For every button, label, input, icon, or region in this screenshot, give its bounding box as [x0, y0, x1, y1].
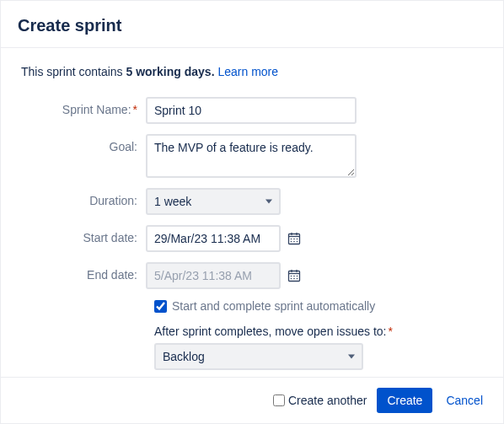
goal-textarea[interactable]	[146, 134, 357, 178]
sprint-name-input[interactable]	[146, 97, 357, 124]
dialog-body: This sprint contains 5 working days. Lea…	[1, 48, 503, 377]
svg-point-16	[297, 276, 298, 277]
label-goal: Goal:	[21, 134, 146, 153]
row-goal: Goal:	[21, 134, 483, 178]
label-duration: Duration:	[21, 188, 146, 207]
calendar-icon[interactable]	[287, 232, 301, 245]
duration-select[interactable]: 1 week	[146, 188, 281, 215]
dialog-footer: Create another Create Cancel	[1, 377, 503, 423]
cancel-button[interactable]: Cancel	[439, 388, 490, 413]
auto-start-checkbox[interactable]	[154, 300, 167, 313]
row-duration: Duration: 1 week	[21, 188, 483, 215]
after-complete-select[interactable]: Backlog	[154, 343, 363, 370]
label-end-date: End date:	[21, 262, 146, 282]
svg-point-9	[297, 241, 298, 243]
create-another-checkbox[interactable]	[273, 394, 285, 406]
required-marker: *	[133, 103, 137, 116]
label-sprint-name: Sprint Name:*	[21, 97, 146, 116]
intro-text: This sprint contains 5 working days. Lea…	[21, 65, 483, 78]
svg-point-6	[297, 239, 298, 240]
after-complete-label: After sprint completes, move open issues…	[154, 325, 483, 338]
intro-prefix: This sprint contains	[21, 65, 126, 78]
end-date-input	[146, 262, 281, 289]
svg-point-17	[291, 278, 292, 280]
dialog-title: Create sprint	[18, 16, 486, 35]
svg-point-19	[297, 278, 298, 280]
svg-point-18	[293, 278, 295, 280]
dialog-header: Create sprint	[1, 1, 503, 48]
auto-start-row: Start and complete sprint automatically	[154, 299, 483, 313]
calendar-icon[interactable]	[287, 269, 301, 282]
svg-point-7	[291, 241, 292, 243]
svg-point-4	[291, 239, 292, 240]
row-end-date: End date:	[21, 262, 483, 289]
label-start-date: Start date:	[21, 225, 146, 244]
row-start-date: Start date:	[21, 225, 483, 252]
svg-point-8	[293, 241, 295, 243]
create-another-row: Create another	[273, 394, 367, 407]
create-button[interactable]: Create	[377, 388, 432, 413]
svg-point-5	[293, 239, 295, 240]
row-sprint-name: Sprint Name:*	[21, 97, 483, 124]
auto-start-label: Start and complete sprint automatically	[172, 299, 375, 313]
create-sprint-dialog: Create sprint This sprint contains 5 wor…	[0, 0, 504, 424]
learn-more-link[interactable]: Learn more	[217, 65, 278, 78]
svg-point-15	[293, 276, 295, 277]
intro-bold: 5 working days.	[126, 65, 215, 78]
svg-point-14	[291, 276, 292, 277]
required-marker: *	[388, 325, 392, 338]
start-date-input[interactable]	[146, 225, 281, 252]
create-another-label: Create another	[288, 394, 367, 407]
